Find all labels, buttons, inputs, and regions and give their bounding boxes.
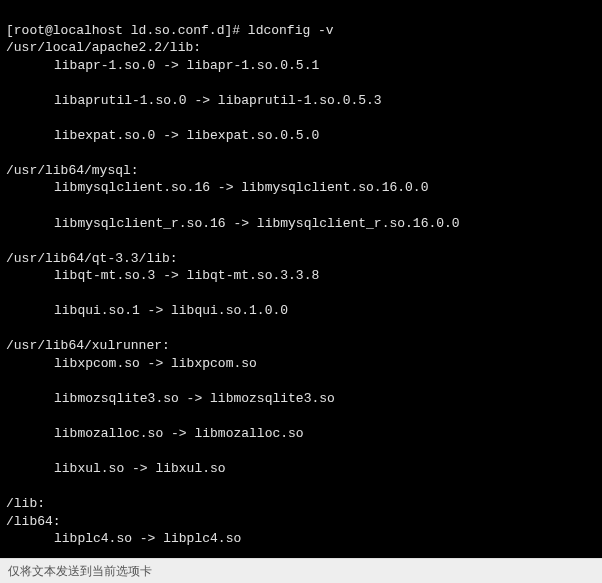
library-mapping-line: libqt-mt.so.3 -> libqt-mt.so.3.3.8 xyxy=(6,267,596,285)
directory-line: /usr/lib64/mysql: xyxy=(6,163,139,178)
library-mapping-line: libmozalloc.so -> libmozalloc.so xyxy=(6,425,596,443)
shell-command: ldconfig -v xyxy=(248,23,334,38)
library-mapping-line: libplc4.so -> libplc4.so xyxy=(6,530,596,548)
directory-line: /lib: xyxy=(6,496,45,511)
library-mapping-line: libxpcom.so -> libxpcom.so xyxy=(6,355,596,373)
shell-prompt: [root@localhost ld.so.conf.d]# xyxy=(6,23,240,38)
library-mapping-line: libapr-1.so.0 -> libapr-1.so.0.5.1 xyxy=(6,57,596,75)
status-text: 仅将文本发送到当前选项卡 xyxy=(8,564,152,578)
library-mapping-line: libmozsqlite3.so -> libmozsqlite3.so xyxy=(6,390,596,408)
library-mapping-line: libaprutil-1.so.0 -> libaprutil-1.so.0.5… xyxy=(6,92,596,110)
ldconfig-output: /usr/local/apache2.2/lib: libapr-1.so.0 … xyxy=(6,39,596,558)
directory-line: /lib64: xyxy=(6,514,61,529)
library-mapping-line: libqui.so.1 -> libqui.so.1.0.0 xyxy=(6,302,596,320)
library-mapping-line: libxul.so -> libxul.so xyxy=(6,460,596,478)
library-mapping-line: libmysqlclient.so.16 -> libmysqlclient.s… xyxy=(6,179,596,197)
terminal-output[interactable]: [root@localhost ld.so.conf.d]# ldconfig … xyxy=(0,0,602,558)
status-bar: 仅将文本发送到当前选项卡 xyxy=(0,558,602,583)
directory-line: /usr/lib64/qt-3.3/lib: xyxy=(6,251,178,266)
directory-line: /usr/local/apache2.2/lib: xyxy=(6,40,201,55)
directory-line: /usr/lib64/xulrunner: xyxy=(6,338,170,353)
library-mapping-line: libmysqlclient_r.so.16 -> libmysqlclient… xyxy=(6,215,596,233)
library-mapping-line: libexpat.so.0 -> libexpat.so.0.5.0 xyxy=(6,127,596,145)
